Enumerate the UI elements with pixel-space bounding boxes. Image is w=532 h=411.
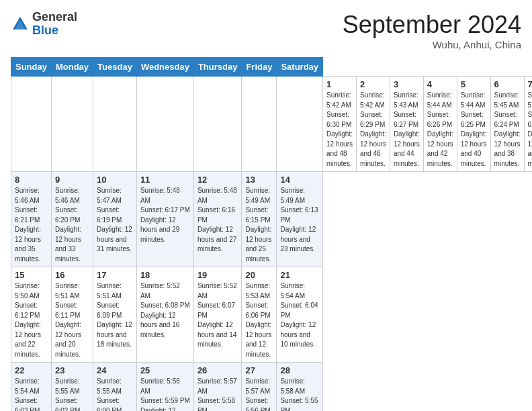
header-thursday: Thursday (193, 58, 242, 77)
day-number: 9 (55, 175, 89, 185)
location: Wuhu, Anhui, China (343, 39, 521, 50)
calendar-cell: 19Sunrise: 5:52 AMSunset: 6:07 PMDayligh… (193, 267, 242, 363)
calendar-cell (277, 77, 323, 172)
day-number: 23 (55, 365, 89, 375)
day-info: Sunrise: 5:53 AMSunset: 6:06 PMDaylight:… (245, 281, 273, 359)
day-number: 16 (55, 270, 89, 280)
day-number: 11 (140, 175, 190, 185)
calendar-cell: 15Sunrise: 5:50 AMSunset: 6:12 PMDayligh… (11, 267, 52, 363)
month-title: September 2024 (343, 11, 521, 39)
day-info: Sunrise: 5:46 AMSunset: 6:20 PMDaylight:… (55, 186, 89, 264)
calendar-cell: 23Sunrise: 5:55 AMSunset: 6:02 PMDayligh… (51, 363, 93, 412)
calendar-cell: 26Sunrise: 5:57 AMSunset: 5:58 PMDayligh… (193, 363, 242, 412)
day-number: 27 (245, 365, 273, 375)
day-info: Sunrise: 5:42 AMSunset: 6:30 PMDaylight:… (326, 91, 353, 169)
day-info: Sunrise: 5:54 AMSunset: 6:04 PMDaylight:… (280, 281, 319, 350)
day-number: 4 (427, 79, 453, 89)
day-info: Sunrise: 5:57 AMSunset: 5:58 PMDaylight:… (197, 377, 238, 411)
calendar-cell: 25Sunrise: 5:56 AMSunset: 5:59 PMDayligh… (136, 363, 193, 412)
day-number: 10 (97, 175, 133, 185)
day-info: Sunrise: 5:54 AMSunset: 6:03 PMDaylight:… (15, 377, 48, 411)
day-info: Sunrise: 5:58 AMSunset: 5:55 PMDaylight:… (280, 377, 319, 411)
day-info: Sunrise: 5:45 AMSunset: 6:24 PMDaylight:… (494, 91, 521, 169)
calendar-week-1: 1Sunrise: 5:42 AMSunset: 6:30 PMDaylight… (11, 77, 533, 172)
day-number: 17 (97, 270, 133, 280)
header-monday: Monday (51, 58, 93, 77)
calendar-cell: 28Sunrise: 5:58 AMSunset: 5:55 PMDayligh… (277, 363, 323, 412)
day-number: 1 (326, 79, 353, 89)
calendar-cell: 1Sunrise: 5:42 AMSunset: 6:30 PMDaylight… (323, 77, 357, 172)
calendar-cell (51, 77, 93, 172)
day-number: 18 (140, 270, 190, 280)
day-number: 21 (280, 270, 319, 280)
day-info: Sunrise: 5:55 AMSunset: 6:00 PMDaylight:… (97, 377, 133, 411)
calendar-cell: 9Sunrise: 5:46 AMSunset: 6:20 PMDaylight… (51, 172, 93, 267)
calendar-cell: 21Sunrise: 5:54 AMSunset: 6:04 PMDayligh… (277, 267, 323, 363)
calendar-week-3: 15Sunrise: 5:50 AMSunset: 6:12 PMDayligh… (11, 267, 533, 363)
day-number: 6 (494, 79, 521, 89)
day-number: 26 (197, 365, 238, 375)
day-number: 2 (360, 79, 386, 89)
calendar-cell (11, 77, 52, 172)
day-number: 12 (197, 175, 238, 185)
calendar-cell: 6Sunrise: 5:45 AMSunset: 6:24 PMDaylight… (490, 77, 524, 172)
calendar-cell: 14Sunrise: 5:49 AMSunset: 6:13 PMDayligh… (277, 172, 323, 267)
day-info: Sunrise: 5:49 AMSunset: 6:13 PMDaylight:… (280, 186, 319, 255)
calendar-cell: 13Sunrise: 5:49 AMSunset: 6:15 PMDayligh… (242, 172, 277, 267)
day-info: Sunrise: 5:52 AMSunset: 6:07 PMDaylight:… (197, 281, 238, 350)
calendar-week-2: 8Sunrise: 5:46 AMSunset: 6:21 PMDaylight… (11, 172, 533, 267)
calendar-cell: 7Sunrise: 5:45 AMSunset: 6:22 PMDaylight… (524, 77, 532, 172)
day-info: Sunrise: 5:55 AMSunset: 6:02 PMDaylight:… (55, 377, 89, 411)
calendar-cell (93, 77, 137, 172)
calendar-week-4: 22Sunrise: 5:54 AMSunset: 6:03 PMDayligh… (11, 363, 533, 412)
day-info: Sunrise: 5:52 AMSunset: 6:08 PMDaylight:… (140, 281, 190, 340)
logo-text: General Blue (32, 11, 77, 38)
day-info: Sunrise: 5:51 AMSunset: 6:11 PMDaylight:… (55, 281, 89, 359)
calendar-cell: 3Sunrise: 5:43 AMSunset: 6:27 PMDaylight… (390, 77, 423, 172)
day-number: 5 (461, 79, 487, 89)
day-number: 15 (15, 270, 48, 280)
day-info: Sunrise: 5:57 AMSunset: 5:56 PMDaylight:… (245, 377, 273, 411)
day-number: 22 (15, 365, 48, 375)
calendar-cell: 10Sunrise: 5:47 AMSunset: 6:19 PMDayligh… (93, 172, 137, 267)
calendar-cell: 2Sunrise: 5:42 AMSunset: 6:29 PMDaylight… (356, 77, 390, 172)
day-info: Sunrise: 5:45 AMSunset: 6:22 PMDaylight:… (528, 91, 533, 169)
calendar-cell: 8Sunrise: 5:46 AMSunset: 6:21 PMDaylight… (11, 172, 52, 267)
header-sunday: Sunday (11, 58, 52, 77)
day-info: Sunrise: 5:46 AMSunset: 6:21 PMDaylight:… (15, 186, 48, 264)
calendar-cell (242, 77, 277, 172)
day-number: 19 (197, 270, 238, 280)
day-number: 24 (97, 365, 133, 375)
calendar-cell: 11Sunrise: 5:48 AMSunset: 6:17 PMDayligh… (136, 172, 193, 267)
calendar-cell: 4Sunrise: 5:44 AMSunset: 6:26 PMDaylight… (423, 77, 457, 172)
day-info: Sunrise: 5:48 AMSunset: 6:17 PMDaylight:… (140, 186, 190, 244)
day-number: 14 (280, 175, 319, 185)
header-wednesday: Wednesday (136, 58, 193, 77)
day-number: 3 (394, 79, 420, 89)
calendar-cell: 20Sunrise: 5:53 AMSunset: 6:06 PMDayligh… (242, 267, 277, 363)
day-info: Sunrise: 5:51 AMSunset: 6:09 PMDaylight:… (97, 281, 133, 350)
logo-blue: Blue (32, 24, 77, 38)
day-info: Sunrise: 5:49 AMSunset: 6:15 PMDaylight:… (245, 186, 273, 264)
calendar-cell: 18Sunrise: 5:52 AMSunset: 6:08 PMDayligh… (136, 267, 193, 363)
title-block: September 2024 Wuhu, Anhui, China (343, 11, 521, 50)
header-tuesday: Tuesday (93, 58, 137, 77)
calendar-cell: 22Sunrise: 5:54 AMSunset: 6:03 PMDayligh… (11, 363, 52, 412)
day-info: Sunrise: 5:48 AMSunset: 6:16 PMDaylight:… (197, 186, 238, 255)
day-number: 25 (140, 365, 190, 375)
day-number: 7 (528, 79, 533, 89)
calendar-cell: 5Sunrise: 5:44 AMSunset: 6:25 PMDaylight… (457, 77, 490, 172)
page-header: General Blue September 2024 Wuhu, Anhui,… (11, 11, 521, 50)
logo: General Blue (11, 11, 77, 38)
header-saturday: Saturday (277, 58, 323, 77)
logo-general: General (32, 11, 77, 24)
calendar-cell (193, 77, 242, 172)
day-number: 13 (245, 175, 273, 185)
day-info: Sunrise: 5:44 AMSunset: 6:25 PMDaylight:… (461, 91, 487, 169)
calendar-cell (136, 77, 193, 172)
day-info: Sunrise: 5:42 AMSunset: 6:29 PMDaylight:… (360, 91, 386, 169)
day-info: Sunrise: 5:47 AMSunset: 6:19 PMDaylight:… (97, 186, 133, 255)
calendar-cell: 16Sunrise: 5:51 AMSunset: 6:11 PMDayligh… (51, 267, 93, 363)
day-number: 20 (245, 270, 273, 280)
header-friday: Friday (242, 58, 277, 77)
